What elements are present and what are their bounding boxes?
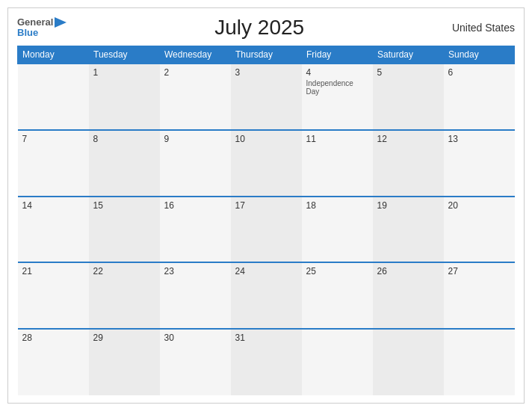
day-number: 4 — [306, 67, 368, 78]
day-cell: 20 — [444, 197, 515, 263]
day-cell: 12 — [373, 130, 444, 197]
day-cell: 5 — [373, 64, 444, 130]
logo-blue-text: Blue — [17, 27, 38, 38]
day-cell: 23 — [160, 262, 231, 329]
logo: General Blue — [17, 17, 66, 39]
header-monday: Monday — [18, 46, 89, 64]
day-number: 2 — [164, 67, 226, 78]
day-number: 16 — [164, 200, 226, 211]
day-number: 20 — [448, 200, 510, 211]
calendar-country: United States — [452, 22, 515, 34]
week-row-1: 1234Independence Day56 — [18, 64, 515, 130]
day-cell: 21 — [18, 262, 89, 329]
day-cell: 11 — [302, 130, 373, 197]
day-number: 30 — [164, 333, 226, 343]
svg-marker-0 — [55, 17, 66, 28]
day-number: 28 — [22, 333, 84, 343]
day-cell: 19 — [373, 197, 444, 263]
day-cell: 16 — [160, 197, 231, 263]
header-tuesday: Tuesday — [89, 46, 160, 64]
day-number: 15 — [93, 200, 155, 211]
week-row-5: 28293031 — [18, 329, 515, 395]
day-number: 9 — [164, 134, 226, 144]
calendar-container: General Blue July 2025 United States Mon… — [7, 7, 525, 404]
day-number: 24 — [235, 266, 297, 276]
day-cell: 3 — [231, 64, 302, 130]
day-number: 31 — [235, 333, 297, 343]
day-number: 21 — [22, 266, 84, 276]
day-number: 10 — [235, 134, 297, 144]
day-cell: 8 — [89, 130, 160, 197]
week-row-4: 21222324252627 — [18, 262, 515, 329]
day-cell — [444, 329, 515, 395]
day-cell: 24 — [231, 262, 302, 329]
day-cell: 4Independence Day — [302, 64, 373, 130]
header-saturday: Saturday — [373, 46, 444, 64]
day-cell: 13 — [444, 130, 515, 197]
day-number: 25 — [306, 266, 368, 276]
day-number: 7 — [22, 134, 84, 144]
day-number: 3 — [235, 67, 297, 78]
day-number: 19 — [377, 200, 439, 211]
day-cell: 14 — [18, 197, 89, 263]
day-number: 14 — [22, 200, 84, 211]
day-number: 29 — [93, 333, 155, 343]
header-friday: Friday — [302, 46, 373, 64]
day-number: 26 — [377, 266, 439, 276]
day-number: 18 — [306, 200, 368, 211]
day-cell: 17 — [231, 197, 302, 263]
day-number: 22 — [93, 266, 155, 276]
day-cell — [18, 64, 89, 130]
logo-flag-icon — [55, 17, 66, 28]
day-number: 8 — [93, 134, 155, 144]
day-number: 23 — [164, 266, 226, 276]
day-number: 6 — [448, 67, 510, 78]
day-headers-row: Monday Tuesday Wednesday Thursday Friday… — [18, 46, 515, 64]
day-number: 17 — [235, 200, 297, 211]
day-number: 13 — [448, 134, 510, 144]
day-cell: 22 — [89, 262, 160, 329]
holiday-label: Independence Day — [306, 79, 368, 96]
day-number: 12 — [377, 134, 439, 144]
header-sunday: Sunday — [444, 46, 515, 64]
day-cell: 26 — [373, 262, 444, 329]
day-cell: 7 — [18, 130, 89, 197]
day-cell: 18 — [302, 197, 373, 263]
week-row-3: 14151617181920 — [18, 197, 515, 263]
day-number: 27 — [448, 266, 510, 276]
day-cell: 27 — [444, 262, 515, 329]
logo-general-text: General — [17, 17, 53, 28]
day-cell: 25 — [302, 262, 373, 329]
day-cell: 6 — [444, 64, 515, 130]
day-number: 11 — [306, 134, 368, 144]
day-cell: 30 — [160, 329, 231, 395]
day-cell: 31 — [231, 329, 302, 395]
header-wednesday: Wednesday — [160, 46, 231, 64]
day-number: 5 — [377, 67, 439, 78]
day-cell: 1 — [89, 64, 160, 130]
calendar-title: July 2025 — [214, 16, 304, 40]
day-cell: 2 — [160, 64, 231, 130]
week-row-2: 78910111213 — [18, 130, 515, 197]
header-thursday: Thursday — [231, 46, 302, 64]
day-cell: 9 — [160, 130, 231, 197]
day-cell — [373, 329, 444, 395]
day-number: 1 — [93, 67, 155, 78]
day-cell: 28 — [18, 329, 89, 395]
day-cell: 29 — [89, 329, 160, 395]
day-cell — [302, 329, 373, 395]
day-cell: 10 — [231, 130, 302, 197]
day-cell: 15 — [89, 197, 160, 263]
calendar-header: General Blue July 2025 United States — [17, 16, 515, 40]
calendar-grid: Monday Tuesday Wednesday Thursday Friday… — [17, 46, 515, 395]
